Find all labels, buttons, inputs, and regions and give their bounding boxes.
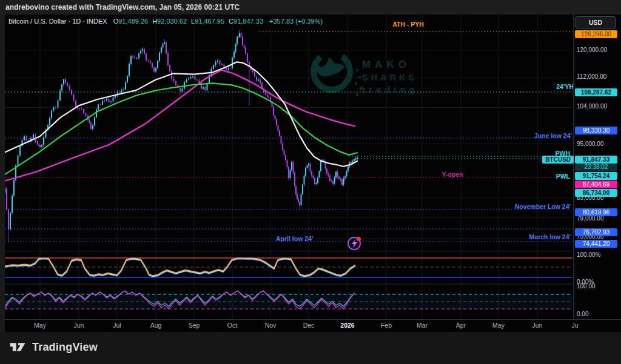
time-axis-label: Dec (298, 322, 320, 329)
time-axis-label: Jul (106, 322, 128, 329)
time-axis-label: Jun (526, 322, 548, 329)
price-badge: 80,619.96 (575, 208, 617, 216)
footer-bar: TradingView (0, 332, 621, 364)
price-axis-label: 95,000.00 (577, 141, 604, 147)
ohlc-value: 91,467.95 (195, 18, 224, 25)
credit-text: andrebovino created with TradingView.com… (5, 3, 240, 12)
chart-area[interactable]: MAKOSHARKStradingATH - PYH24'YHJune low … (0, 15, 621, 332)
tradingview-logo-icon (9, 339, 27, 355)
level-label: June low 24' (534, 132, 572, 139)
level-label: PWL (556, 173, 571, 180)
price-badge: 91,847.33 (575, 156, 617, 164)
price-badge: 76,702.93 (575, 228, 617, 236)
price-axis-label: 112,000.00 (577, 73, 606, 80)
time-axis-label: Feb (375, 322, 397, 329)
level-label: Y-open (441, 171, 463, 178)
time-axis-label: Sep (183, 322, 205, 329)
ohlc-key: O (113, 18, 119, 25)
price-axis-label: 120,000.00 (577, 47, 607, 53)
ohlc-value: 91,489.26 (118, 18, 148, 25)
price-axis-label: 100.00 (577, 283, 596, 290)
price-badge: 98,330.30 (575, 127, 617, 134)
tradingview-logo[interactable]: TradingView (9, 339, 98, 355)
svg-text:trading: trading (362, 84, 418, 94)
level-label: November Low 24' (515, 203, 571, 210)
level-label: April low 24' (276, 235, 313, 242)
time-axis-label: May (488, 322, 509, 329)
time-axis-label: Ju (564, 322, 586, 329)
ohlc-value: 91,847.33 (233, 18, 263, 25)
level-label: ATH - PYH (392, 21, 424, 28)
ohlc-values: O91,489.26H92,030.62L91,467.95C91,847.33 (109, 18, 263, 25)
price-badge: 86,734.00 (575, 189, 617, 197)
tradingview-wordmark: TradingView (32, 341, 98, 354)
price-badge: 108,287.62 (575, 88, 617, 96)
symbol-title[interactable]: Bitcoin / U.S. Dollar · 1D · INDEX (8, 18, 107, 25)
time-axis-label: Aug (145, 322, 167, 329)
price-axis-label: 100.00% (577, 251, 600, 258)
ohlc-key: C (229, 18, 233, 25)
price-badge: 91,754.24 (575, 172, 617, 180)
change-value: +357.83 (+0.39%) (269, 18, 323, 25)
price-axis-label: 104,000.00 (577, 103, 607, 110)
time-axis-label: Mar (411, 322, 433, 329)
time-axis-label: May (29, 322, 51, 329)
time-axis-label: Apr (450, 322, 472, 329)
ohlc-key: H (152, 18, 157, 25)
events-icon[interactable] (348, 237, 361, 250)
bar-countdown: 23:38:02 (575, 164, 617, 171)
level-label: 24'YH (556, 83, 574, 90)
price-badge: 87,404.69 (575, 180, 617, 188)
credit-bar: andrebovino created with TradingView.com… (0, 0, 621, 15)
price-badge: 126,296.00 (575, 30, 617, 38)
symbol-price-label: BTCUSD (542, 156, 574, 164)
time-axis-label: Nov (260, 322, 281, 329)
left-margin (0, 15, 5, 332)
ohlc-value: 92,030.62 (157, 18, 187, 25)
price-badge: 74,441.20 (575, 240, 617, 248)
symbol-legend: Bitcoin / U.S. Dollar · 1D · INDEX O91,4… (8, 18, 323, 25)
price-axis-label: 0.00 (577, 311, 588, 317)
time-axis-label: 2026 (337, 322, 358, 329)
price-axis-label: 79,000.00 (577, 215, 604, 222)
time-axis-label: Jun (68, 322, 90, 329)
chart-canvas[interactable]: MAKOSHARKStradingATH - PYH24'YHJune low … (0, 15, 621, 332)
level-label: March low 24' (529, 233, 571, 240)
currency-toggle-button[interactable]: USD (576, 16, 616, 28)
time-axis-label: Oct (221, 322, 243, 329)
